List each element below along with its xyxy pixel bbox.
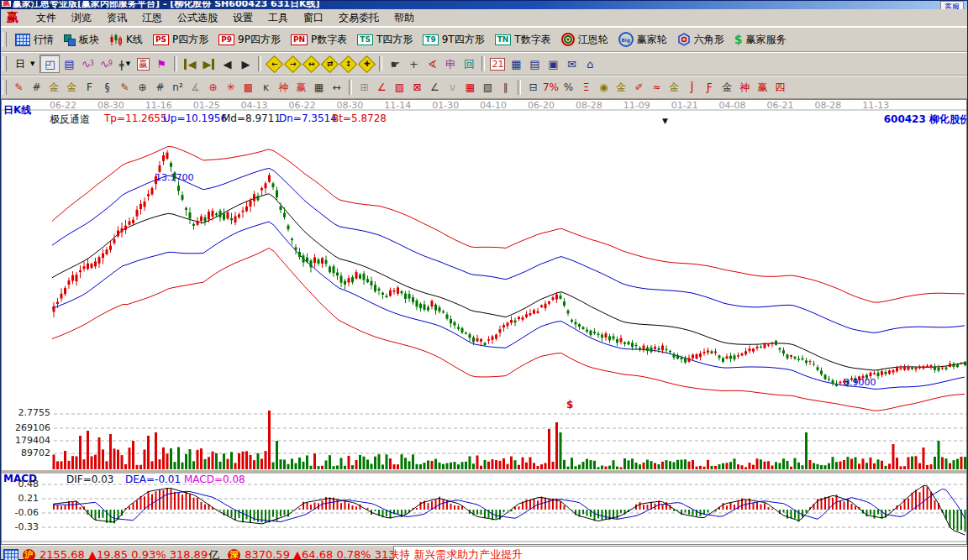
span-measure-tool-icon[interactable]: ↔ (328, 79, 345, 96)
prev-bar-icon[interactable]: ◀ (218, 55, 236, 72)
pct7-tool-icon[interactable]: 7% (542, 79, 560, 96)
hand-tool-icon[interactable]: ☛ (386, 55, 404, 72)
box-lines-tool-icon[interactable]: ⊠ (408, 79, 426, 96)
last-bar-icon[interactable]: ▶ (199, 55, 218, 72)
box-tool-icon[interactable]: ⊞ (355, 79, 373, 96)
shen-line-tool-icon[interactable]: 神 (736, 79, 754, 96)
maze-tool-icon[interactable]: 回 (460, 55, 478, 72)
news-ticker[interactable]: 扶持 新兴需求助力产业提升 (393, 546, 967, 560)
shen-grid-tool-icon[interactable]: 神 (275, 79, 292, 96)
notes-icon[interactable]: ▤ (525, 55, 544, 72)
menu-item-交易委托[interactable]: 交易委托 (331, 11, 387, 24)
j-line-tool-icon[interactable]: Ĵ (683, 79, 701, 96)
gann-wheel-button[interactable]: 江恩轮 (556, 31, 613, 49)
circle-ruler-tool-icon[interactable]: ⊕ (134, 79, 151, 96)
crosshair-tool-icon[interactable]: + (404, 55, 423, 72)
period-select[interactable]: 日▼ (10, 55, 39, 73)
wave-3-icon[interactable]: ∿3 (78, 55, 97, 72)
wave-channel-tool-icon[interactable]: ≈ (648, 79, 666, 96)
t-square-button[interactable]: TST四方形 (352, 31, 418, 49)
pct-lines-tool-icon[interactable]: Ξ (577, 79, 595, 96)
info-list-icon[interactable]: ▤ (60, 55, 78, 72)
compress-x-icon[interactable]: ⇄ (320, 55, 339, 72)
chart-style-icon[interactable]: ⚑ (152, 55, 171, 72)
quotes-button[interactable]: 行情 (10, 31, 59, 49)
menu-item-文件[interactable]: 文件 (29, 11, 64, 24)
parallel-tool-icon[interactable]: ∥ (497, 79, 514, 96)
chart-area[interactable]: 日K线 600423 柳化股份 极反通道 Tp=11.2655 Up=10.19… (1, 99, 967, 545)
n2-tool-icon[interactable]: n² (169, 79, 187, 96)
fan-tool-icon[interactable]: ∠ (373, 79, 391, 96)
help-link[interactable]: 客服 (940, 1, 964, 9)
brush-tool-icon[interactable]: ✎ (10, 79, 28, 96)
ratio-tool-icon[interactable]: ⊟ (524, 79, 542, 96)
gold-bar-tool-icon[interactable]: 金 (666, 79, 683, 96)
remote-icon[interactable]: ⌂ (581, 55, 599, 72)
menu-item-窗口[interactable]: 窗口 (296, 11, 331, 24)
p-square-button[interactable]: PSP四方形 (148, 31, 213, 49)
gann-shape-icon[interactable]: 申 (441, 55, 460, 72)
expand-y-icon[interactable]: ↕ (339, 55, 357, 72)
gold-grid2-tool-icon[interactable]: 金 (63, 79, 81, 96)
v-wave-tool-icon[interactable]: v (444, 79, 461, 96)
si-line-tool-icon[interactable]: 四 (771, 79, 789, 96)
fit-all-icon[interactable]: ✚ (357, 55, 376, 72)
angle-lines-tool-icon[interactable]: ∠ (426, 79, 444, 96)
protractor-tool-icon[interactable]: ∡ (187, 79, 204, 96)
toolbar-grip[interactable] (3, 32, 7, 47)
calendar-icon[interactable]: 21 (488, 55, 507, 72)
fan-box-tool-icon[interactable]: ▨ (391, 79, 408, 96)
mail-icon[interactable]: ✉ (562, 55, 581, 72)
spiral-tool-icon[interactable]: § (98, 79, 116, 96)
menu-item-工具[interactable]: 工具 (260, 11, 296, 24)
toolbar-grip[interactable] (3, 80, 7, 95)
p-number-table-button[interactable]: PNP数字表 (286, 31, 352, 49)
win-grid-tool-icon[interactable]: 赢 (292, 79, 310, 96)
9t-square-button[interactable]: T99T四方形 (418, 31, 489, 49)
hatch-tool-icon[interactable]: # (28, 79, 45, 96)
menu-item-公式选股[interactable]: 公式选股 (170, 11, 225, 24)
next-bar-icon[interactable]: ▶ (236, 55, 255, 72)
grid-box-tool-icon[interactable]: ▧ (479, 79, 497, 96)
kline-button[interactable]: K线 (104, 31, 148, 49)
winner-wheel-button[interactable]: Big赢家轮 (613, 30, 672, 49)
pen2-tool-icon[interactable]: ✐ (630, 79, 648, 96)
save-icon[interactable]: ▣ (544, 55, 562, 72)
9p-square-button[interactable]: P99P四方形 (213, 31, 286, 49)
menu-item-浏览[interactable]: 浏览 (64, 11, 99, 24)
winner-panel-icon[interactable]: 赢 (134, 55, 152, 72)
shift-left-icon[interactable]: ← (265, 55, 283, 72)
web-grid-tool-icon[interactable]: ▩ (239, 79, 257, 96)
menu-item-资讯[interactable]: 资讯 (99, 11, 134, 24)
angle-measure-icon[interactable]: ∢ (423, 55, 441, 72)
win-line-tool-icon[interactable]: 赢 (754, 79, 771, 96)
f-grid-tool-icon[interactable]: F (81, 79, 98, 96)
gold-lines-tool-icon[interactable]: 金 (613, 79, 630, 96)
t-number-table-button[interactable]: TNT数字表 (490, 31, 556, 49)
brush2-tool-icon[interactable]: ✎ (116, 79, 134, 96)
target-tool-icon[interactable]: ⊕ (204, 79, 222, 96)
first-bar-icon[interactable]: ◀ (181, 55, 199, 72)
menu-item-江恩[interactable]: 江恩 (134, 11, 170, 24)
k-quote-tool-icon[interactable]: ĸ (257, 79, 275, 96)
gold-circle-tool-icon[interactable]: ◉ (595, 79, 613, 96)
toolbar-grip[interactable] (3, 56, 7, 71)
red-grid-tool-icon[interactable]: ▦ (461, 79, 479, 96)
gold-angle-tool-icon[interactable]: 金 (718, 79, 736, 96)
zoom-area-icon[interactable]: ◰ (39, 55, 60, 73)
gold-grid-tool-icon[interactable]: 金 (45, 79, 63, 96)
hexagon-button[interactable]: 六角形 (672, 31, 729, 49)
calculator-icon[interactable]: ▦ (507, 55, 525, 72)
winner-service-button[interactable]: $赢家服务 (729, 31, 792, 49)
shift-right-icon[interactable]: → (283, 55, 302, 72)
menu-item-帮助[interactable]: 帮助 (387, 11, 422, 24)
pct-tool-icon[interactable]: % (560, 79, 577, 96)
f-line-tool-icon[interactable]: Ƒ (701, 79, 718, 96)
menu-item-设置[interactable]: 设置 (225, 11, 260, 24)
quote-table-icon[interactable] (3, 549, 18, 560)
wave-9-icon[interactable]: ∿9 (97, 55, 115, 72)
sectors-button[interactable]: 板块 (59, 31, 104, 49)
ruler-tool-icon[interactable]: # (151, 79, 169, 96)
star-web-tool-icon[interactable]: ✳ (222, 79, 239, 96)
expand-x-icon[interactable]: ↔ (302, 55, 320, 72)
